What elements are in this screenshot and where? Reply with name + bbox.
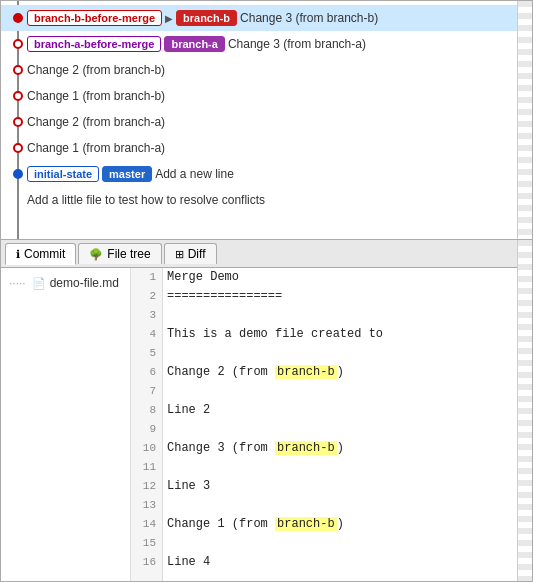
line-number: 15 <box>131 534 162 553</box>
line-number: 10 <box>131 439 162 458</box>
arrow-icon: ▶ <box>165 13 173 24</box>
commit-row-content: branch-a-before-mergebranch-aChange 3 (f… <box>27 36 366 52</box>
commit-row-content: Add a little file to test how to resolve… <box>27 193 265 207</box>
commit-row-row6[interactable]: Change 1 (from branch-a) <box>1 135 532 161</box>
code-line: Line 4 <box>167 553 528 572</box>
graph-dot <box>9 65 27 75</box>
code-line <box>167 420 528 439</box>
bottom-panel: ℹCommit🌳File tree⊞Diff ·····📄demo-file.m… <box>0 240 533 582</box>
code-line: Change 3 (from branch-b) <box>167 439 528 458</box>
commit-message: Change 3 (from branch-b) <box>240 11 378 25</box>
code-line <box>167 534 528 553</box>
branch-tag[interactable]: branch-b-before-merge <box>27 10 162 26</box>
line-number: 13 <box>131 496 162 515</box>
line-number: 7 <box>131 382 162 401</box>
code-line <box>167 382 528 401</box>
branch-tag[interactable]: initial-state <box>27 166 99 182</box>
highlighted-word: branch-b <box>275 517 337 531</box>
commit-row-row5[interactable]: Change 2 (from branch-a) <box>1 109 532 135</box>
code-line <box>167 458 528 477</box>
branch-tag[interactable]: branch-a <box>164 36 224 52</box>
code-line: This is a demo file created to <box>167 325 528 344</box>
line-number: 14 <box>131 515 162 534</box>
commit-row-content: Change 2 (from branch-b) <box>27 63 165 77</box>
top-panel: branch-b-before-merge▶branch-bChange 3 (… <box>0 0 533 240</box>
tab-diff[interactable]: ⊞Diff <box>164 243 217 264</box>
commit-row-content: Change 2 (from branch-a) <box>27 115 165 129</box>
file-name: demo-file.md <box>50 276 119 290</box>
graph-area: branch-b-before-merge▶branch-bChange 3 (… <box>1 1 532 217</box>
code-line: Line 3 <box>167 477 528 496</box>
commit-message: Change 1 (from branch-b) <box>27 89 165 103</box>
tab-filetree[interactable]: 🌳File tree <box>78 243 161 264</box>
code-line: Change 2 (from branch-b) <box>167 363 528 382</box>
branch-tag[interactable]: branch-a-before-merge <box>27 36 161 52</box>
line-number: 16 <box>131 553 162 572</box>
commit-message: Change 2 (from branch-b) <box>27 63 165 77</box>
line-number: 2 <box>131 287 162 306</box>
tab-commit[interactable]: ℹCommit <box>5 243 76 265</box>
code-line: Change 1 (from branch-b) <box>167 515 528 534</box>
file-icon: 📄 <box>32 277 46 290</box>
file-tree-panel: ·····📄demo-file.md <box>1 268 131 581</box>
graph-dot <box>9 117 27 127</box>
filetree-icon: 🌳 <box>89 248 103 261</box>
line-number: 4 <box>131 325 162 344</box>
commit-row-content: initial-statemasterAdd a new line <box>27 166 234 182</box>
commit-row-row4[interactable]: Change 1 (from branch-b) <box>1 83 532 109</box>
code-line <box>167 496 528 515</box>
commit-message: Change 3 (from branch-a) <box>228 37 366 51</box>
commit-row-row3[interactable]: Change 2 (from branch-b) <box>1 57 532 83</box>
commit-row-row1[interactable]: branch-b-before-merge▶branch-bChange 3 (… <box>1 5 532 31</box>
commit-message: Add a little file to test how to resolve… <box>27 193 265 207</box>
graph-dot <box>9 169 27 179</box>
code-line: Merge Demo <box>167 268 528 287</box>
tree-dots: ····· <box>9 276 26 290</box>
graph-dot <box>9 39 27 49</box>
line-number: 11 <box>131 458 162 477</box>
commit-row-content: branch-b-before-merge▶branch-bChange 3 (… <box>27 10 378 26</box>
tab-label: Diff <box>188 247 206 261</box>
line-number: 1 <box>131 268 162 287</box>
commit-message: Change 1 (from branch-a) <box>27 141 165 155</box>
code-line: ================ <box>167 287 528 306</box>
commit-message: Add a new line <box>155 167 234 181</box>
tabs-bar: ℹCommit🌳File tree⊞Diff <box>1 240 532 268</box>
highlighted-word: branch-b <box>275 365 337 379</box>
graph-dot <box>9 143 27 153</box>
graph-dot <box>9 13 27 23</box>
line-number: 8 <box>131 401 162 420</box>
line-numbers: 12345678910111213141516 <box>131 268 163 581</box>
graph-dot <box>9 91 27 101</box>
highlighted-word: branch-b <box>275 441 337 455</box>
tab-label: File tree <box>107 247 150 261</box>
file-item[interactable]: ·····📄demo-file.md <box>5 274 126 292</box>
line-number: 3 <box>131 306 162 325</box>
diff-icon: ⊞ <box>175 248 184 261</box>
code-view: 12345678910111213141516 Merge Demo======… <box>131 268 532 581</box>
commit-row-row8[interactable]: Add a little file to test how to resolve… <box>1 187 532 213</box>
tab-label: Commit <box>24 247 65 261</box>
code-line <box>167 344 528 363</box>
commit-message: Change 2 (from branch-a) <box>27 115 165 129</box>
commit-row-row2[interactable]: branch-a-before-mergebranch-aChange 3 (f… <box>1 31 532 57</box>
branch-tag[interactable]: master <box>102 166 152 182</box>
line-number: 6 <box>131 363 162 382</box>
line-number: 5 <box>131 344 162 363</box>
branch-tag[interactable]: branch-b <box>176 10 237 26</box>
code-lines: Merge Demo================This is a demo… <box>163 268 532 581</box>
commit-row-content: Change 1 (from branch-b) <box>27 89 165 103</box>
commit-icon: ℹ <box>16 248 20 261</box>
commit-row-row7[interactable]: initial-statemasterAdd a new line <box>1 161 532 187</box>
code-line <box>167 306 528 325</box>
code-line: Line 2 <box>167 401 528 420</box>
commit-row-content: Change 1 (from branch-a) <box>27 141 165 155</box>
line-number: 12 <box>131 477 162 496</box>
line-number: 9 <box>131 420 162 439</box>
